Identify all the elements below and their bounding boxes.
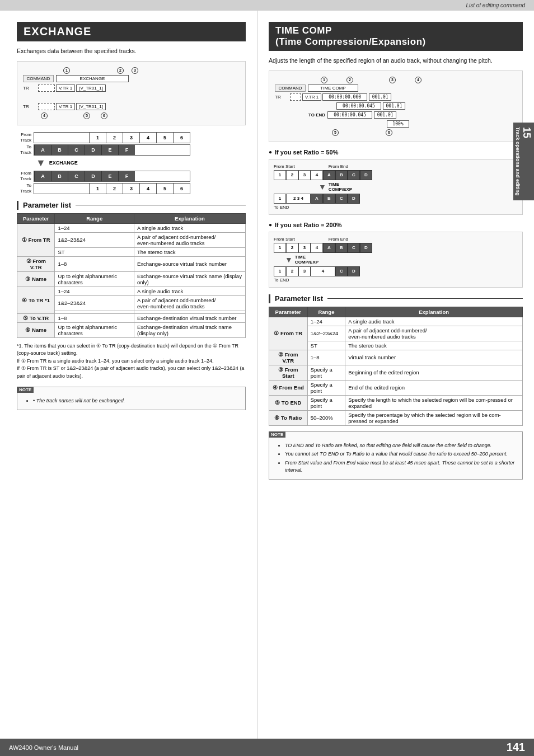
ratio-200-top-track: 1 2 3 4 A B C D xyxy=(274,243,518,253)
num-b4: 4 xyxy=(139,184,156,194)
circle-1: 1 xyxy=(63,67,70,74)
letter-F-1: F xyxy=(118,145,135,155)
circle-3: 3 xyxy=(132,67,138,74)
letter-D-1: D xyxy=(85,145,101,155)
tc-expl-single: A single audio track xyxy=(345,317,523,326)
ratio-50-comp-label: TIMECOMP/EXP xyxy=(329,182,352,192)
tr-label-2: TR xyxy=(23,104,37,109)
ratio-200-bot-track: 1 2 3 4 C D xyxy=(274,266,518,276)
ratio-50-top-track: 1 2 3 4 A B C D xyxy=(274,170,518,180)
tr-box-1: [V_TR01_1] xyxy=(76,84,106,92)
top-bar: List of editing command xyxy=(0,0,534,11)
tc-tr-value: V.TR 1 xyxy=(302,93,321,101)
tc-percent-row: 100% xyxy=(387,120,517,128)
r50-n3: 3 xyxy=(298,170,311,180)
ratio-50-bot-track: 1 2 3 4 A B C D xyxy=(274,194,518,204)
tc-param-section-title: Parameter list xyxy=(269,294,523,303)
num-6: 6 xyxy=(173,133,190,143)
ratio-200-diagram: From Start From End 1 2 3 4 A B C D xyxy=(269,232,523,288)
letter-A-1: A xyxy=(34,145,51,155)
expl-exchange-source: Exchange-source virtual track number xyxy=(134,256,245,271)
table-row: ② From V.TR 1–8 Exchange-source virtual … xyxy=(17,256,246,271)
expl-dest-pair: A pair of adjacent odd-numbered/even-num… xyxy=(134,295,245,311)
tc-range-vtr: 1–8 xyxy=(307,350,345,365)
letter-C-1: C xyxy=(68,145,85,155)
exchange-arrow-row: ▼ EXCHANGE xyxy=(36,157,246,169)
tc-expl-to-end: Specify the length to which the selected… xyxy=(345,395,523,410)
from-track-letters-row: FromTrack A B C D E F xyxy=(17,171,246,182)
tr-empty-2 xyxy=(38,103,55,110)
content-area: EXCHANGE Exchanges data between the spec… xyxy=(0,11,534,739)
circle-2: 2 xyxy=(117,67,124,74)
range-1-24: 1–24 xyxy=(55,223,134,232)
tc-col-parameter: Parameter xyxy=(269,307,308,317)
to-track-label-2: ToTrack xyxy=(17,183,34,194)
r50b-n234: 2 3 4 xyxy=(286,194,311,204)
tc-toend-label: TO END xyxy=(308,112,325,118)
table-row: ⑥ To Ratio 50–200% Specify the percentag… xyxy=(269,410,523,425)
tc-param-from-end: ④ From End xyxy=(269,380,308,395)
r200b-n2: 2 xyxy=(286,266,298,276)
header-title: List of editing command xyxy=(466,2,525,8)
tr-empty xyxy=(38,84,55,92)
num-5: 5 xyxy=(156,133,173,143)
left-column: EXCHANGE Exchanges data between the spec… xyxy=(0,11,257,739)
ratio-50-arrow: ▼ TIMECOMP/EXP xyxy=(274,182,518,192)
tc-expl-ratio: Specify the percentage by which the sele… xyxy=(345,410,523,425)
from-end-50: From End xyxy=(329,164,348,169)
num-b2: 2 xyxy=(106,184,123,194)
right-column: TIME COMP (Time Compression/Expansion) A… xyxy=(257,11,534,739)
num-3: 3 xyxy=(123,133,139,143)
tc-expl-pair: A pair of adjacent odd-numbered/even-num… xyxy=(345,326,523,341)
r200-n1: 1 xyxy=(274,243,286,253)
tc-val1: 00:00:00.000 xyxy=(322,93,367,101)
r200-lC: C xyxy=(348,243,360,253)
tc-val7: 100% xyxy=(387,120,409,128)
table-row: ⑤ To V.TR 1–8 Exchange-destination virtu… xyxy=(17,313,246,322)
num-2: 2 xyxy=(106,133,123,143)
r200b-n3: 3 xyxy=(298,266,311,276)
r200b-n1: 1 xyxy=(274,266,286,276)
expl-pair-odd: A pair of adjacent odd-numbered/even-num… xyxy=(134,232,245,247)
num-1: 1 xyxy=(89,133,106,143)
param-section-label: Parameter list xyxy=(23,201,71,209)
table-row: ③ From Start Specify a point Beginning o… xyxy=(269,365,523,380)
range-1-8: 1–8 xyxy=(55,256,134,271)
num-b3: 3 xyxy=(123,184,139,194)
tc-param-to-ratio: ⑥ To Ratio xyxy=(269,410,308,425)
tc-expl-vtr: Virtual track number xyxy=(345,350,523,365)
tc-range-1-24: 1–24 xyxy=(307,317,345,326)
tc-command-value: TIME COMP xyxy=(308,84,358,92)
circle-6: 6 xyxy=(101,112,107,119)
tc-circle-5: 5 xyxy=(332,129,339,136)
exchange-note-box: • The track names will not be exchanged. xyxy=(17,387,246,410)
tc-circle-4: 4 xyxy=(415,77,421,83)
table-row: ④ To TR *1 1–24 A single audio track xyxy=(17,287,246,295)
tc-range-specify-end: Specify a point xyxy=(307,380,345,395)
tc-note-2: You cannot set TO END or To Ratio to a v… xyxy=(285,450,518,458)
letter-A-2: A xyxy=(34,171,51,181)
page-number: 141 xyxy=(507,741,525,754)
footnote-text: *1. The items that you can select in ④ T… xyxy=(17,343,246,379)
letter-E-1: E xyxy=(101,145,118,155)
timecomp-title-line2: (Time Compression/Expansion) xyxy=(275,36,516,48)
page: List of editing command EXCHANGE Exchang… xyxy=(0,0,534,756)
r200-n2: 2 xyxy=(286,243,298,253)
ratio-50-diagram: From Start From End 1 2 3 4 A B C D xyxy=(269,159,523,215)
tc-circle-1: 1 xyxy=(321,77,327,83)
col-header-parameter: Parameter xyxy=(17,213,55,223)
tr-value-1: V.TR 1 xyxy=(56,84,75,92)
tc-range-st: ST xyxy=(307,341,345,350)
param-from-tr: ① From TR xyxy=(17,223,55,256)
circle-5: 5 xyxy=(83,112,90,119)
exchange-param-table: Parameter Range Explanation ① From TR 1–… xyxy=(17,213,246,338)
from-track-label-2: FromTrack xyxy=(17,171,34,181)
from-start-200: From Start xyxy=(274,237,295,242)
footnote: *1. The items that you can select in ④ T… xyxy=(17,342,246,381)
r50-lC: C xyxy=(348,170,360,180)
track-exchange-diagram: FromTrack 1 2 3 4 5 6 ToTrack A xyxy=(17,132,246,194)
tc-col-range: Range xyxy=(307,307,345,317)
table-row: 1&2–23&24 A pair of adjacent odd-numbere… xyxy=(269,326,523,341)
tc-tr-row: TR V.TR 1 00:00:00.000 001.01 xyxy=(275,93,517,101)
command-label: COMMAND xyxy=(23,75,54,82)
